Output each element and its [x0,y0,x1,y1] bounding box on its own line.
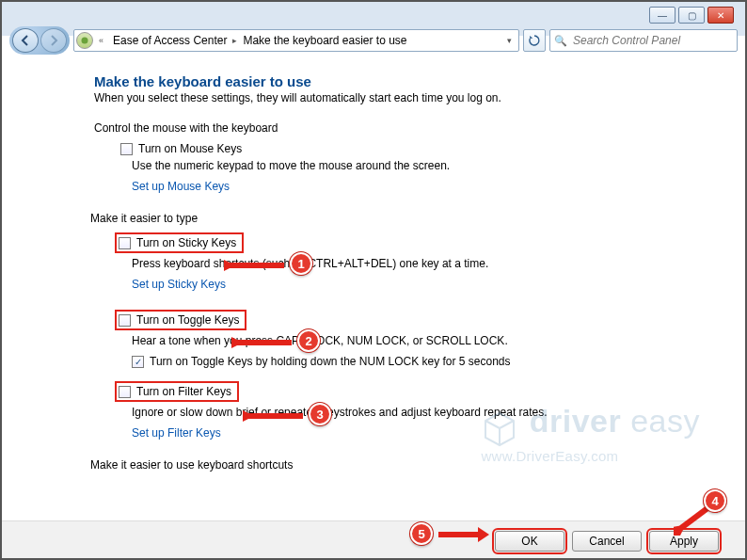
toggle-keys-numlock-label: Turn on Toggle Keys by holding down the … [150,355,511,368]
svg-point-0 [82,38,88,44]
section-type-head: Make it easier to type [90,212,724,225]
mouse-keys-checkbox[interactable] [120,143,133,155]
setup-filter-keys-link[interactable]: Set up Filter Keys [132,426,221,440]
nav-buttons [9,26,70,55]
apply-button[interactable]: Apply [649,531,719,552]
close-button[interactable]: ✕ [707,7,734,24]
window-controls: — ▢ ✕ [649,7,734,24]
section-mouse-head: Control the mouse with the keyboard [94,121,724,135]
filter-keys-desc: Ignore or slow down brief or repeated ke… [132,406,724,419]
back-button[interactable] [12,28,39,53]
button-bar: OK Cancel Apply [0,520,747,560]
sticky-keys-desc: Press keyboard shortcuts (such as CTRL+A… [132,257,724,270]
minimize-button[interactable]: — [649,7,675,24]
control-panel-icon [76,32,93,49]
sticky-keys-label: Turn on Sticky Keys [136,236,236,249]
toggle-keys-numlock-option[interactable]: ✓ Turn on Toggle Keys by holding down th… [132,355,724,368]
mouse-keys-label: Turn on Mouse Keys [138,142,242,155]
page-title: Make the keyboard easier to use [94,73,724,89]
filter-keys-checkbox[interactable] [119,386,131,398]
sticky-keys-option[interactable]: Turn on Sticky Keys [115,232,244,253]
mouse-keys-option[interactable]: Turn on Mouse Keys [120,142,724,155]
toggle-keys-desc: Hear a tone when you press CAPS LOCK, NU… [132,334,724,347]
filter-keys-label: Turn on Filter Keys [136,385,231,398]
toggle-keys-label: Turn on Toggle Keys [136,313,239,327]
breadcrumb-dropdown-icon[interactable]: ▾ [501,30,517,51]
cancel-button[interactable]: Cancel [572,531,642,552]
maximize-button[interactable]: ▢ [678,7,705,24]
toggle-keys-option[interactable]: Turn on Toggle Keys [115,310,246,330]
address-bar: « Ease of Access Center ▸ Make the keybo… [0,24,747,56]
breadcrumb[interactable]: « Ease of Access Center ▸ Make the keybo… [73,29,519,52]
toggle-keys-checkbox[interactable] [119,314,131,327]
ok-button[interactable]: OK [495,531,564,552]
breadcrumb-seg-1[interactable]: Ease of Access Center [107,30,232,51]
refresh-button[interactable] [523,29,546,52]
toggle-keys-numlock-checkbox[interactable]: ✓ [132,356,144,368]
mouse-keys-desc: Use the numeric keypad to move the mouse… [132,159,724,172]
search-input[interactable] [571,33,733,48]
section-shortcuts-head: Make it easier to use keyboard shortcuts [90,458,724,472]
setup-mouse-keys-link[interactable]: Set up Mouse Keys [132,180,230,193]
history-dropdown-icon[interactable]: « [99,36,103,45]
breadcrumb-seg-2[interactable]: Make the keyboard easier to use [237,30,412,51]
forward-button[interactable] [40,28,67,53]
filter-keys-option[interactable]: Turn on Filter Keys [115,381,239,402]
setup-sticky-keys-link[interactable]: Set up Sticky Keys [132,278,226,291]
content-pane: Make the keyboard easier to use When you… [0,56,747,520]
search-icon: 🔍 [554,35,567,47]
search-box[interactable]: 🔍 [549,29,738,52]
page-subtitle: When you select these settings, they wil… [94,91,724,104]
sticky-keys-checkbox[interactable] [119,237,131,249]
window: — ▢ ✕ « Ease of Access Center ▸ Make the… [0,0,747,560]
